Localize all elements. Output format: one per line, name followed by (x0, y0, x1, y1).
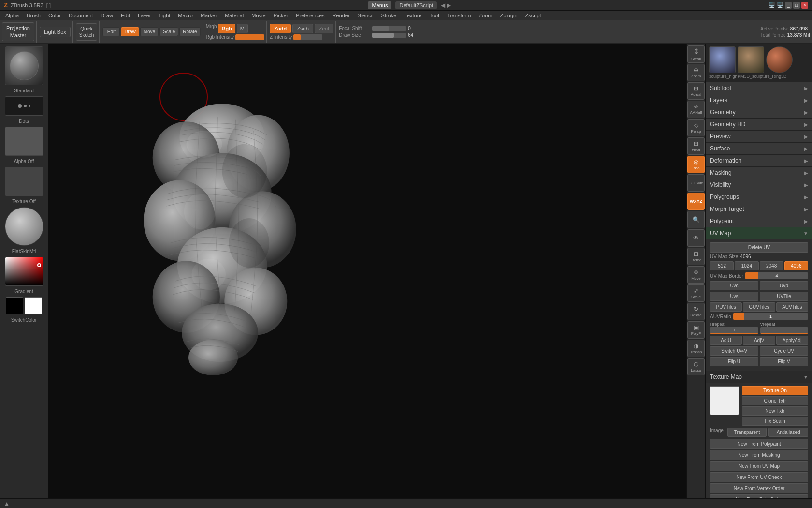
menu-texture[interactable]: Texture (401, 12, 425, 19)
menu-zscript[interactable]: Zscript (522, 12, 545, 19)
uv-border-slider[interactable]: 4 (745, 272, 808, 279)
scroll-button[interactable]: ⇕ Scroll (687, 45, 705, 63)
auvtiles-button[interactable]: AUVTiles (776, 302, 808, 312)
local-button[interactable]: ◎ Local (687, 156, 705, 173)
default-zscript[interactable]: DefaultZScript (395, 1, 437, 9)
adjv-button[interactable]: AdjV (743, 336, 775, 345)
move-tool-button[interactable]: ✥ Move (687, 266, 705, 284)
flip-u-button[interactable]: Flip U (710, 357, 758, 366)
transp-button[interactable]: ◑ Transp (687, 340, 705, 357)
brush-preview[interactable] (5, 46, 44, 85)
menu-alpha[interactable]: Alpha (2, 12, 22, 19)
vrepeat-slider[interactable]: 1 (760, 327, 809, 334)
draw-size-slider[interactable] (372, 33, 406, 38)
focal-shift-slider[interactable] (372, 26, 406, 31)
section-polypaint[interactable]: Polypaint ▶ (706, 215, 812, 227)
minimize-button[interactable]: _ (785, 2, 792, 9)
background-color-swatch[interactable] (25, 297, 42, 314)
bottom-arrow-up[interactable]: ▲ (4, 500, 10, 507)
zoom-button[interactable]: ⊕ Zoom (687, 64, 705, 81)
texture-preview[interactable] (5, 167, 44, 196)
section-texture-map[interactable]: Texture Map ▼ (706, 371, 812, 383)
menu-picker[interactable]: Picker (270, 12, 292, 19)
zsub-button[interactable]: Zsub (292, 24, 313, 33)
section-layers[interactable]: Layers ▶ (706, 94, 812, 106)
auvratio-slider[interactable]: 1 (733, 313, 808, 320)
section-geometry-hd[interactable]: Geometry HD ▶ (706, 119, 812, 131)
new-txtr-button[interactable]: New Txtr (742, 406, 808, 416)
uvc-button[interactable]: Uvc (710, 281, 758, 290)
menu-transform[interactable]: Transform (444, 12, 475, 19)
zcut-button[interactable]: Zcut (315, 24, 334, 33)
rotate-button[interactable]: Rotate (179, 27, 200, 36)
menu-document[interactable]: Document (65, 12, 96, 19)
material-preview[interactable] (5, 207, 44, 246)
persp-button[interactable]: ◇ Persp (687, 119, 705, 136)
uv-512-button[interactable]: 512 (710, 261, 734, 270)
uv-4096-button[interactable]: 4096 (784, 261, 808, 270)
rgb-intensity-slider[interactable] (235, 34, 264, 40)
texture-preview-image[interactable] (710, 386, 739, 415)
clone-txtr-button[interactable]: Clone Txtr (742, 396, 808, 405)
antialiased-button[interactable]: Antialiased (768, 428, 808, 437)
delete-uv-button[interactable]: Delete UV (710, 242, 808, 253)
menu-brush[interactable]: Brush (23, 12, 44, 19)
search2-button[interactable]: 🔍 (687, 211, 705, 228)
new-from-polypaint-button[interactable]: New From Polypaint (710, 439, 808, 449)
alpha-preview[interactable] (5, 127, 44, 156)
scale-tool-button[interactable]: ⤢ Scale (687, 284, 705, 302)
hrepeat-slider[interactable]: 1 (710, 327, 758, 334)
wxyz-button[interactable]: WXYZ (687, 193, 705, 210)
menu-light[interactable]: Light (156, 12, 174, 19)
apply-adj-button[interactable]: ApplyAdj (776, 336, 808, 345)
maximize-button[interactable]: □ (793, 2, 800, 9)
section-masking[interactable]: Masking ▶ (706, 167, 812, 179)
draw-button[interactable]: Draw (121, 27, 139, 36)
menu-tool[interactable]: Tool (426, 12, 442, 19)
puvtiles-button[interactable]: PUVTiles (710, 302, 742, 312)
stroke-preview[interactable] (5, 96, 44, 116)
fix-seam-button[interactable]: Fix Seam (742, 417, 808, 426)
thumb-ring3d[interactable]: Ring3D (766, 46, 793, 79)
menu-zoom[interactable]: Zoom (475, 12, 495, 19)
menu-preferences[interactable]: Preferences (292, 12, 328, 19)
transparent-button[interactable]: Transparent (727, 428, 767, 437)
section-preview[interactable]: Preview ▶ (706, 131, 812, 143)
z-intensity-slider[interactable] (293, 34, 322, 40)
polyf-button[interactable]: ▣ PolyF (687, 321, 705, 339)
close-button[interactable]: × (801, 2, 808, 9)
eye-button[interactable]: 👁 (687, 229, 705, 247)
section-uv-map[interactable]: UV Map ▼ (706, 227, 812, 239)
switch-uv-button[interactable]: Switch U⇔V (710, 346, 758, 356)
new-from-poly-order-button[interactable]: New From Poly Order (710, 494, 808, 498)
guvtiles-button[interactable]: GUVTiles (743, 302, 775, 312)
rgb-button[interactable]: Rgb (218, 24, 235, 33)
floor-button[interactable]: ⊟ Floor (687, 137, 705, 155)
menu-movie[interactable]: Movie (248, 12, 269, 19)
uvs-button[interactable]: Uvs (710, 292, 758, 301)
projection-master-button[interactable]: Projection Master (2, 22, 34, 41)
scale-button[interactable]: Scale (160, 27, 178, 36)
menu-stencil[interactable]: Stencil (354, 12, 377, 19)
lightbox-button[interactable]: Light Box (40, 27, 71, 37)
new-from-uv-check-button[interactable]: New From UV Check (710, 472, 808, 482)
move-button[interactable]: Move (140, 27, 159, 36)
uvtile-button[interactable]: UVTile (760, 292, 808, 301)
quicksketch-button[interactable]: Quick Sketch (76, 23, 98, 41)
menu-marker[interactable]: Marker (197, 12, 220, 19)
menu-render[interactable]: Render (329, 12, 353, 19)
lasso-button[interactable]: ⬡ Lasso (687, 358, 705, 375)
actual-button[interactable]: ⊞ Actual (687, 82, 705, 100)
thumb-zsphere[interactable]: sculpture_high (709, 46, 736, 79)
section-visibility[interactable]: Visibility ▶ (706, 179, 812, 191)
flip-v-button[interactable]: Flip V (760, 357, 808, 366)
menu-color[interactable]: Color (45, 12, 64, 19)
section-subtool[interactable]: SubTool ▶ (706, 82, 812, 94)
uvp-button[interactable]: Uvp (760, 281, 808, 290)
section-polygroups[interactable]: Polygroups ▶ (706, 191, 812, 203)
zadd-button[interactable]: Zadd (270, 24, 291, 33)
lsym-button[interactable]: ↔ LSym (687, 174, 705, 192)
canvas-area[interactable] (48, 44, 686, 498)
section-morph-target[interactable]: Morph Target ▶ (706, 203, 812, 215)
aahalf-button[interactable]: ½ AAHalf (687, 101, 705, 118)
